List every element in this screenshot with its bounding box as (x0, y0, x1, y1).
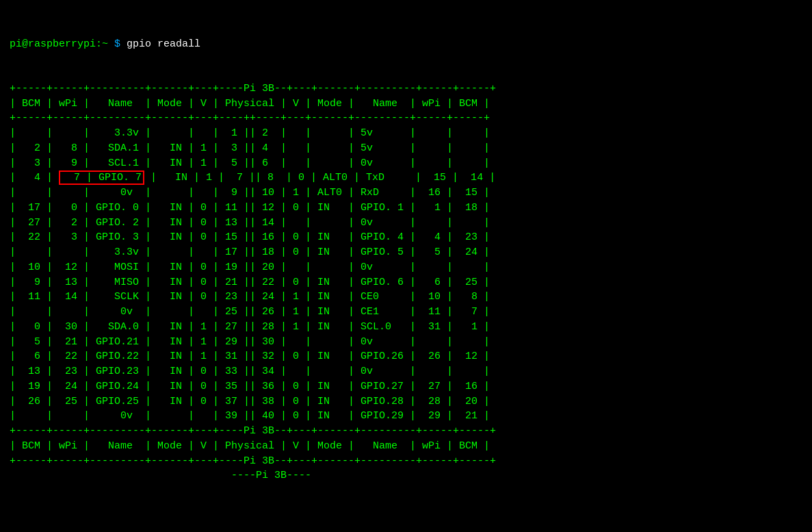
row-7: | 27 | 2 | GPIO. 2 | IN | 0 | 13 || 14 |… (10, 217, 490, 229)
table-header: | BCM | wPi | Name | Mode | V | Physical… (10, 98, 490, 110)
row-1: | | | 3.3v | | | 1 || 2 | | | 5v | | | (10, 127, 490, 139)
row-12: | 11 | 14 | SCLK | IN | 0 | 23 || 24 | 1… (10, 291, 490, 303)
row-5: | | | 0v | | | 9 || 10 | 1 | ALT0 | RxD … (10, 187, 490, 199)
row-14: | 0 | 30 | SDA.0 | IN | 1 | 27 || 28 | 1… (10, 321, 490, 333)
row-10: | 10 | 12 | MOSI | IN | 0 | 19 || 20 | |… (10, 262, 490, 273)
prompt-dollar: $ (114, 38, 127, 50)
gpio7-highlight: 7 | GPIO. 7 (59, 170, 144, 185)
row-17: | 13 | 23 | GPIO.23 | IN | 0 | 33 || 34 … (10, 366, 490, 377)
separator-mid-top: +-----+-----+---------+------+---+----++… (10, 112, 490, 124)
footer-center: ----Pi 3B---- (10, 470, 311, 481)
separator-bot2: +-----+-----+---------+------+---+----Pi… (10, 455, 496, 467)
row-20: | | | 0v | | | 39 || 40 | 0 | IN | GPIO.… (10, 410, 490, 422)
row-11: | 9 | 13 | MISO | IN | 0 | 21 || 22 | 0 … (10, 277, 490, 288)
prompt-command: gpio readall (127, 38, 200, 50)
separator-bot: +-----+-----+---------+------+---+----Pi… (10, 425, 496, 437)
terminal: pi@raspberrypi:~ $ gpio readall +-----+-… (10, 7, 802, 498)
row-3: | 3 | 9 | SCL.1 | IN | 1 | 5 || 6 | | | … (10, 157, 490, 169)
row-8: | 22 | 3 | GPIO. 3 | IN | 0 | 15 || 16 |… (10, 231, 490, 243)
row-19: | 26 | 25 | GPIO.25 | IN | 0 | 37 || 38 … (10, 396, 490, 407)
row-16: | 6 | 22 | GPIO.22 | IN | 1 | 31 || 32 |… (10, 351, 490, 362)
gpio-table: +-----+-----+---------+------+---+----Pi… (10, 81, 802, 483)
prompt-user: pi@raspberrypi:~ (10, 38, 114, 50)
row-9: | | | 3.3v | | | 17 || 18 | 0 | IN | GPI… (10, 246, 490, 258)
prompt-line: pi@raspberrypi:~ $ gpio readall (10, 37, 802, 52)
row-15: | 5 | 21 | GPIO.21 | IN | 1 | 29 || 30 |… (10, 336, 490, 348)
row-13: | | | 0v | | | 25 || 26 | 1 | IN | CE1 |… (10, 306, 490, 318)
separator-top: +-----+-----+---------+------+---+----Pi… (10, 83, 496, 94)
row-18: | 19 | 24 | GPIO.24 | IN | 0 | 35 || 36 … (10, 381, 490, 392)
row-4-highlight: | 4 | 7 | GPIO. 7 | IN | 1 | 7 || 8 | 0 … (10, 170, 495, 185)
footer-header: | BCM | wPi | Name | Mode | V | Physical… (10, 440, 490, 452)
row-6: | 17 | 0 | GPIO. 0 | IN | 0 | 11 || 12 |… (10, 202, 490, 214)
row-2: | 2 | 8 | SDA.1 | IN | 1 | 3 || 4 | | | … (10, 142, 490, 154)
